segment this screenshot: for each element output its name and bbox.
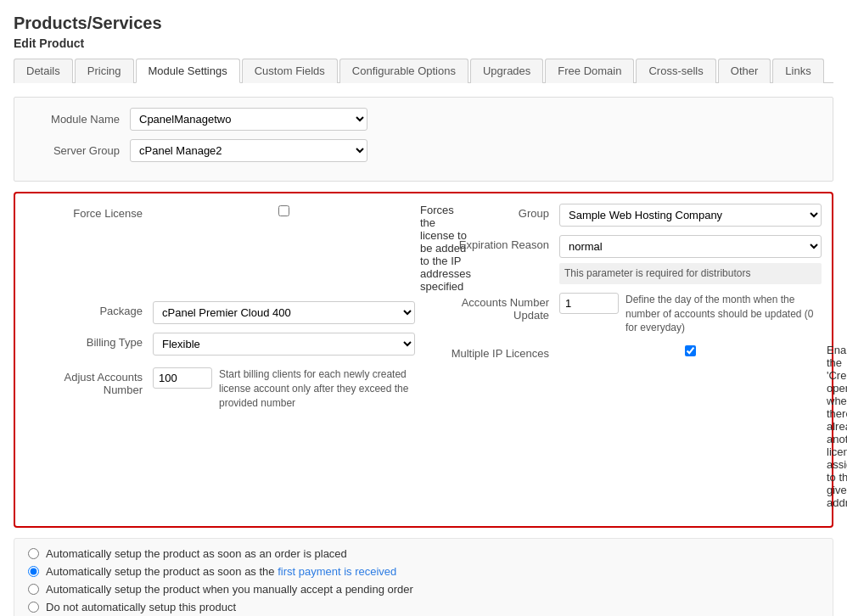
group-content: Sample Web Hosting Company bbox=[559, 204, 822, 227]
tab-links[interactable]: Links bbox=[772, 59, 823, 83]
adjust-accounts-desc: Start billing clients for each newly cre… bbox=[219, 367, 415, 410]
adjust-accounts-input-group: Start billing clients for each newly cre… bbox=[153, 367, 415, 410]
radio-r2[interactable] bbox=[28, 566, 39, 577]
advanced-settings-grid: Force License Forces the license to be a… bbox=[25, 204, 822, 516]
radio-r4[interactable] bbox=[28, 602, 39, 613]
package-row: Package cPanel Premier Cloud 400 bbox=[25, 301, 415, 324]
tab-bar: Details Pricing Module Settings Custom F… bbox=[14, 59, 833, 83]
multiple-ip-checkbox-row: Enable the 'Create' operation when there… bbox=[559, 344, 822, 509]
radio-r1[interactable] bbox=[28, 548, 39, 559]
adjust-accounts-input[interactable] bbox=[153, 367, 212, 389]
page-subtitle: Edit Product bbox=[14, 36, 833, 50]
multiple-ip-content: Enable the 'Create' operation when there… bbox=[559, 344, 822, 509]
multiple-ip-checkbox[interactable] bbox=[559, 345, 822, 356]
radio-row-1: Automatically setup the product as soon … bbox=[28, 547, 819, 560]
tab-pricing[interactable]: Pricing bbox=[75, 59, 134, 83]
server-group-select[interactable]: cPanel Manage2 bbox=[130, 139, 367, 162]
multiple-ip-row: Multiple IP Licences Enable the 'Create'… bbox=[432, 344, 822, 509]
expiration-reason-label: Expiration Reason bbox=[432, 235, 559, 251]
radio-row-3: Automatically setup the product when you… bbox=[28, 583, 819, 596]
force-license-content: Forces the license to be added to the IP… bbox=[153, 204, 415, 293]
radio-label-r4: Do not automatically setup this product bbox=[46, 601, 236, 613]
billing-type-content: Flexible bbox=[153, 333, 415, 356]
expiration-reason-select[interactable]: normal bbox=[559, 235, 822, 258]
billing-type-label: Billing Type bbox=[25, 333, 153, 349]
multiple-ip-desc: Enable the 'Create' operation when there… bbox=[827, 344, 847, 509]
module-name-row: Module Name CpanelManagetwo bbox=[28, 108, 819, 131]
right-col: Group Sample Web Hosting Company Expirat… bbox=[432, 204, 822, 516]
tab-upgrades[interactable]: Upgrades bbox=[470, 59, 543, 83]
adjust-accounts-content: Start billing clients for each newly cre… bbox=[153, 367, 415, 410]
server-group-row: Server Group cPanel Manage2 bbox=[28, 139, 819, 162]
server-group-control: cPanel Manage2 bbox=[130, 139, 367, 162]
accounts-number-update-row: Accounts Number Update Define the day of… bbox=[432, 293, 822, 335]
expiration-reason-row: Expiration Reason normal This parameter … bbox=[432, 235, 822, 284]
basic-settings-section: Module Name CpanelManagetwo Server Group… bbox=[14, 97, 833, 182]
tab-custom-fields[interactable]: Custom Fields bbox=[242, 59, 338, 83]
expiration-reason-note: This parameter is required for distribut… bbox=[559, 263, 822, 284]
accounts-number-update-desc: Define the day of the month when the num… bbox=[625, 293, 822, 335]
force-license-label: Force License bbox=[25, 204, 153, 220]
radio-row-2: Automatically setup the product as soon … bbox=[28, 565, 819, 578]
force-license-row: Force License Forces the license to be a… bbox=[25, 204, 415, 293]
accounts-number-input-group: Define the day of the month when the num… bbox=[559, 293, 822, 335]
highlight-text: first payment is received bbox=[278, 565, 396, 578]
group-label: Group bbox=[432, 204, 559, 220]
tab-module-settings[interactable]: Module Settings bbox=[136, 59, 240, 83]
page-title: Products/Services bbox=[14, 14, 833, 33]
radio-label-r1: Automatically setup the product as soon … bbox=[46, 547, 347, 560]
billing-type-row: Billing Type Flexible bbox=[25, 333, 415, 356]
multiple-ip-label: Multiple IP Licences bbox=[432, 344, 559, 360]
force-license-checkbox[interactable] bbox=[153, 205, 415, 216]
accounts-number-update-content: Define the day of the month when the num… bbox=[559, 293, 822, 335]
radio-row-4: Do not automatically setup this product bbox=[28, 601, 819, 613]
accounts-number-update-label: Accounts Number Update bbox=[432, 293, 559, 322]
tab-cross-sells[interactable]: Cross-sells bbox=[636, 59, 715, 83]
radio-label-r3: Automatically setup the product when you… bbox=[46, 583, 413, 596]
adjust-accounts-label: Adjust Accounts Number bbox=[25, 367, 153, 396]
group-select[interactable]: Sample Web Hosting Company bbox=[559, 204, 822, 227]
package-content: cPanel Premier Cloud 400 bbox=[153, 301, 415, 324]
radio-label-r2: Automatically setup the product as soon … bbox=[46, 565, 396, 578]
force-license-checkbox-row: Forces the license to be added to the IP… bbox=[153, 204, 415, 293]
accounts-number-update-input[interactable] bbox=[559, 293, 619, 314]
server-group-label: Server Group bbox=[28, 144, 130, 157]
tab-configurable-options[interactable]: Configurable Options bbox=[339, 59, 468, 83]
advanced-settings-section: Force License Forces the license to be a… bbox=[14, 192, 833, 528]
tab-details[interactable]: Details bbox=[14, 59, 73, 83]
tab-other[interactable]: Other bbox=[718, 59, 771, 83]
billing-type-select[interactable]: Flexible bbox=[153, 333, 415, 356]
package-select[interactable]: cPanel Premier Cloud 400 bbox=[153, 301, 415, 324]
module-name-select[interactable]: CpanelManagetwo bbox=[130, 108, 367, 131]
expiration-reason-content: normal This parameter is required for di… bbox=[559, 235, 822, 284]
module-name-control: CpanelManagetwo bbox=[130, 108, 367, 131]
module-name-label: Module Name bbox=[28, 113, 130, 126]
group-row: Group Sample Web Hosting Company bbox=[432, 204, 822, 227]
adjust-accounts-row: Adjust Accounts Number Start billing cli… bbox=[25, 367, 415, 410]
radio-r3[interactable] bbox=[28, 584, 39, 595]
left-col: Force License Forces the license to be a… bbox=[25, 204, 415, 516]
tab-free-domain[interactable]: Free Domain bbox=[545, 59, 634, 83]
radio-options-section: Automatically setup the product as soon … bbox=[14, 538, 833, 616]
package-label: Package bbox=[25, 301, 153, 317]
